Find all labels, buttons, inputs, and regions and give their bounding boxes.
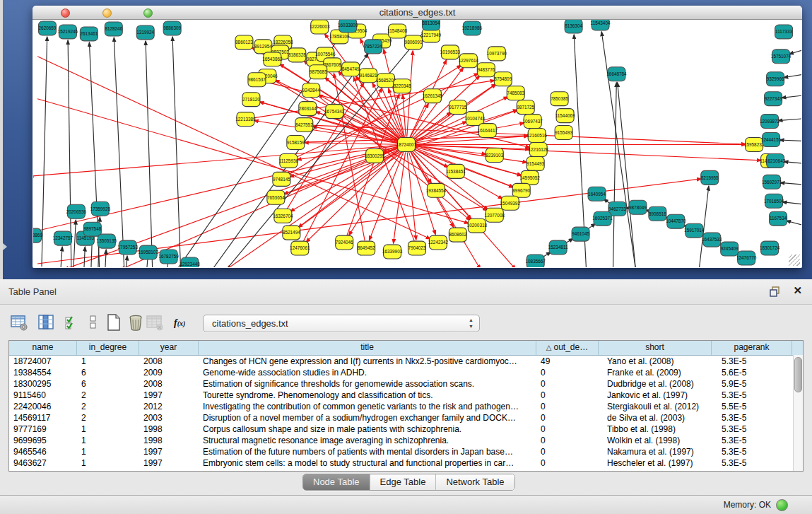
tab-network-table[interactable]: Network Table (436, 474, 514, 490)
graph-node[interactable]: 9242844 (302, 83, 320, 98)
graph-node[interactable]: 14595052 (520, 170, 541, 185)
graph-node[interactable]: 12213389 (235, 112, 256, 127)
graph-node[interactable]: 17359928 (90, 201, 111, 216)
graph-node[interactable]: 10196533 (440, 45, 461, 59)
graph-node[interactable]: 12297614 (459, 54, 479, 68)
graph-node[interactable]: 7653654 (267, 190, 285, 204)
graph-node[interactable]: 12476061 (290, 241, 310, 255)
select-all-button[interactable] (64, 313, 85, 334)
graph-node[interactable]: 8996790 (512, 183, 530, 197)
graph-node[interactable]: 11125936 (279, 153, 299, 168)
column-header-pagerank[interactable]: pagerank (712, 341, 792, 355)
graph-node[interactable]: 16958107 (139, 245, 159, 259)
column-header-name[interactable]: name (9, 341, 77, 355)
column-header-year[interactable]: year (139, 341, 199, 355)
network-canvas[interactable]: 1872400718300295193845548860123891295418… (33, 20, 801, 267)
graph-node[interactable]: 12077008 (485, 208, 505, 222)
change-table-mode-button[interactable] (10, 313, 31, 334)
table-row[interactable]: 1456911722003Disruption of a novel membe… (9, 412, 803, 424)
graph-node[interactable]: 12476770 (736, 251, 757, 265)
graph-node[interactable]: 9245409 (721, 242, 739, 256)
graph-node[interactable]: 19218986 (462, 21, 483, 35)
graph-node[interactable]: 7857224 (365, 40, 382, 54)
graph-node[interactable]: 9886309 (163, 21, 181, 35)
graph-node[interactable]: 16339903 (382, 245, 403, 259)
graph-node[interactable]: 9146821 (360, 69, 377, 83)
graph-node[interactable]: 18300295 (365, 148, 385, 163)
graph-node[interactable]: 18724007 (396, 138, 417, 152)
function-builder-button[interactable]: f(x) (174, 317, 195, 339)
graph-node[interactable]: 7924046 (336, 235, 353, 250)
graph-node[interactable]: 7904023 (408, 241, 426, 255)
graph-node[interactable]: 8136304 (565, 20, 582, 33)
graph-node[interactable]: 8454749 (342, 62, 360, 76)
graph-node[interactable]: 16543862 (262, 52, 283, 66)
graph-node[interactable]: 8754809 (494, 72, 512, 86)
graph-node[interactable]: 15751074 (771, 49, 792, 64)
graph-node[interactable]: 9871725 (517, 100, 534, 115)
graph-node[interactable]: 2613461 (80, 27, 98, 41)
graph-node[interactable]: 8912954 (254, 40, 272, 54)
graph-node[interactable]: 12216128 (528, 143, 548, 157)
graph-node[interactable]: 11568869 (33, 228, 42, 243)
graph-node[interactable]: 12923448 (180, 257, 200, 267)
memory-status-indicator[interactable] (776, 499, 788, 511)
graph-node[interactable]: 15234811 (548, 240, 568, 255)
graph-node[interactable]: 10447870 (666, 214, 686, 228)
graph-node[interactable]: 10200318 (467, 218, 488, 233)
graph-node[interactable]: 9177715 (449, 100, 466, 115)
tab-node-table[interactable]: Node Table (303, 474, 370, 490)
table-row[interactable]: 911546021997Tourette syndrome. Phenomeno… (9, 390, 803, 401)
graph-node[interactable]: 8220348 (394, 79, 411, 93)
graph-node[interactable]: 18301724 (760, 241, 780, 255)
graph-node[interactable]: 12444151 (761, 133, 782, 147)
table-row[interactable]: 946554611997Estimation of the future num… (9, 446, 803, 457)
graph-node[interactable]: 16648784 (606, 67, 627, 81)
graph-node[interactable]: 8427552 (295, 118, 313, 132)
graph-node[interactable]: 1319924 (136, 25, 154, 40)
graph-node[interactable]: 8521494 (283, 226, 300, 240)
graph-node[interactable]: 12093872 (760, 115, 780, 129)
graph-node[interactable]: 15692971 (762, 175, 782, 189)
graph-node[interactable]: 9748145 (273, 172, 290, 186)
tab-edge-table[interactable]: Edge Table (370, 474, 437, 490)
graph-node[interactable]: 16210643 (765, 153, 786, 168)
graph-node[interactable]: 10697437 (523, 115, 543, 129)
graph-node[interactable]: 8860123 (235, 35, 253, 49)
graph-node[interactable]: 7850385 (551, 92, 568, 106)
graph-node[interactable]: 9875685 (310, 65, 327, 79)
graph-node[interactable]: 8186328 (288, 48, 306, 62)
graph-node[interactable]: 11543404 (591, 20, 611, 30)
vertical-scrollbar[interactable] (793, 355, 803, 471)
graph-node[interactable]: 12242342 (428, 235, 449, 250)
table-row[interactable]: 2242004622012Investigating the contribut… (9, 401, 803, 412)
graph-node[interactable]: 10835667 (525, 255, 546, 267)
table-row[interactable]: 969969511998Structural magnetic resonanc… (9, 435, 803, 446)
graph-node[interactable]: 9158159 (287, 136, 305, 150)
graph-node[interactable]: 9227343 (765, 92, 782, 106)
graph-node[interactable]: 15917014 (684, 223, 705, 238)
graph-node[interactable]: 13505135 (97, 234, 117, 248)
graph-node[interactable]: 12226003 (310, 20, 330, 34)
graph-node[interactable]: 11538451 (446, 164, 466, 178)
graph-node[interactable]: 8239103 (486, 148, 503, 162)
graph-node[interactable]: 9861537 (248, 73, 266, 87)
panel-collapse-arrow-icon[interactable] (3, 243, 7, 250)
graph-node[interactable]: 12160516 (526, 129, 547, 143)
table-row[interactable]: 946362711997Embryonic stem cells: a mode… (9, 457, 803, 469)
show-column-button[interactable] (37, 313, 58, 334)
graph-node[interactable]: 2803144 (299, 102, 317, 116)
scrollbar-thumb[interactable] (794, 357, 802, 392)
table-selector-dropdown[interactable]: citations_edges.txt ▲▼ (203, 315, 480, 332)
column-header-short[interactable]: short (599, 341, 712, 355)
graph-node[interactable]: 1640954 (588, 187, 606, 201)
graph-node[interactable]: 9329966 (767, 72, 784, 86)
network-window-titlebar[interactable]: citations_edges.txt (33, 6, 802, 20)
delete-column-button[interactable] (126, 313, 148, 334)
graph-node[interactable]: 1167534 (770, 211, 787, 226)
table-row[interactable]: 977716911998Corpus callosum shape and si… (9, 424, 803, 435)
create-new-column-button[interactable] (105, 313, 126, 334)
graph-node[interactable]: 2718120 (242, 93, 260, 107)
graph-node[interactable]: 16033809 (338, 20, 358, 33)
float-panel-icon[interactable] (770, 286, 781, 297)
